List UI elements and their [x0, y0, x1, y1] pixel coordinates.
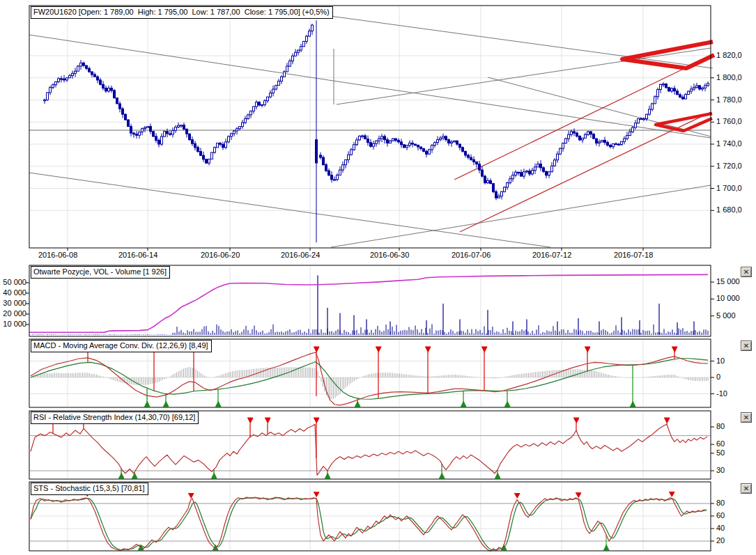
candle-body [445, 136, 447, 140]
candle-body [571, 132, 573, 134]
price-axis-label: 1 680,0 [716, 205, 742, 214]
candle-body [512, 175, 514, 178]
candle-body [281, 77, 283, 81]
date-label: 2016-06-14 [118, 251, 177, 259]
sell-marker-icon [376, 347, 381, 352]
candle-body [601, 140, 603, 141]
sell-marker-icon [514, 494, 520, 499]
price-axis-label: 1 720,0 [716, 162, 742, 170]
candle-body [203, 155, 205, 159]
buy-marker-icon [325, 473, 330, 478]
macd-panel-close-button[interactable]: ✕ [741, 341, 752, 351]
candle-body [663, 84, 665, 85]
buy-marker-icon [439, 473, 445, 478]
candle-body [270, 93, 272, 97]
candle-body [384, 136, 386, 140]
candle-body [77, 66, 79, 71]
candle-body [228, 136, 230, 142]
candle-body [108, 88, 110, 91]
candle-body [158, 140, 160, 144]
vol-right-axis-label: 15 000 [716, 277, 740, 286]
candle-body [284, 72, 286, 77]
price-axis-label: 1 820,0 [716, 51, 742, 59]
sell-marker-icon [576, 493, 581, 498]
candle-body [403, 145, 406, 148]
candle-body [621, 141, 623, 144]
candle-body [548, 172, 550, 175]
candle-body [440, 138, 442, 139]
candle-body [61, 79, 63, 79]
candle-body [654, 97, 656, 104]
volume-panel-close-button[interactable]: ✕ [741, 267, 752, 277]
macd-panel-title: MACD - Moving Average Conv. Div. (12,26,… [31, 340, 212, 352]
candle-body [381, 136, 383, 139]
candle-body [431, 146, 433, 150]
candle-body [116, 98, 118, 104]
candle-body [55, 81, 57, 84]
candle-body [590, 132, 592, 134]
date-label: 2016-06-20 [201, 251, 259, 259]
candle-body [208, 159, 210, 163]
candle-body [350, 150, 353, 155]
candle-body [49, 88, 52, 93]
candle-body [632, 127, 634, 132]
candle-body [579, 136, 581, 140]
candle-body [682, 97, 684, 99]
candle-body [479, 164, 481, 170]
candle-body [214, 148, 216, 153]
candle-body [91, 72, 93, 75]
candle-body [94, 75, 96, 77]
candle-body [665, 84, 668, 88]
candle-body [604, 140, 606, 142]
rsi-axis-label: 50 [716, 448, 725, 457]
price-axis-label: 1 780,0 [716, 95, 742, 104]
candle-body [649, 109, 651, 114]
vol-right-axis-label: 10 000 [716, 294, 740, 302]
candle-body [63, 79, 65, 80]
candle-body [415, 144, 417, 146]
candle-body [395, 139, 397, 140]
candle-body [189, 134, 191, 139]
candle-body [153, 132, 155, 136]
candle-body [328, 171, 330, 175]
candle-body [348, 155, 350, 159]
candle-body [702, 88, 704, 89]
candle-body [44, 100, 46, 101]
candle-body [306, 36, 308, 41]
candle-body [164, 132, 166, 136]
close-icon: ✕ [743, 485, 749, 492]
gray-trendline [29, 35, 711, 138]
sts-d-line [31, 498, 707, 550]
gray-trendline [29, 173, 550, 247]
candle-body [289, 61, 291, 67]
candle-body [250, 111, 252, 115]
candle-body [612, 143, 615, 146]
candle-body [147, 127, 149, 128]
candle-body [437, 140, 439, 143]
candle-body [298, 50, 300, 52]
rsi-panel-close-button[interactable]: ✕ [741, 412, 752, 423]
volume-panel-title: Otwarte Pozycje, VOL - Volume [1 926] [31, 266, 170, 279]
candle-body [175, 127, 177, 131]
sts-panel-close-button[interactable]: ✕ [741, 483, 752, 494]
candle-body [295, 52, 297, 56]
candle-body [278, 81, 280, 86]
sell-marker-icon [585, 347, 590, 352]
candle-body [133, 133, 135, 134]
gray-trendline [315, 14, 713, 68]
candle-body [412, 143, 414, 144]
candle-body [434, 143, 436, 146]
candle-body [342, 165, 344, 170]
candle-body [624, 139, 626, 141]
buy-marker-icon [132, 473, 137, 478]
candle-body [693, 87, 695, 89]
candle-body [362, 136, 364, 136]
candle-body [493, 184, 495, 192]
buy-marker-icon [144, 401, 150, 407]
charting-application: FW20U1620 [Open: 1 789,00 High: 1 795,00… [0, 0, 756, 555]
macd-signal-line [31, 359, 708, 400]
candle-body [679, 95, 681, 97]
candle-body [389, 141, 392, 143]
close-icon: ✕ [743, 342, 749, 350]
candle-body [172, 130, 174, 134]
